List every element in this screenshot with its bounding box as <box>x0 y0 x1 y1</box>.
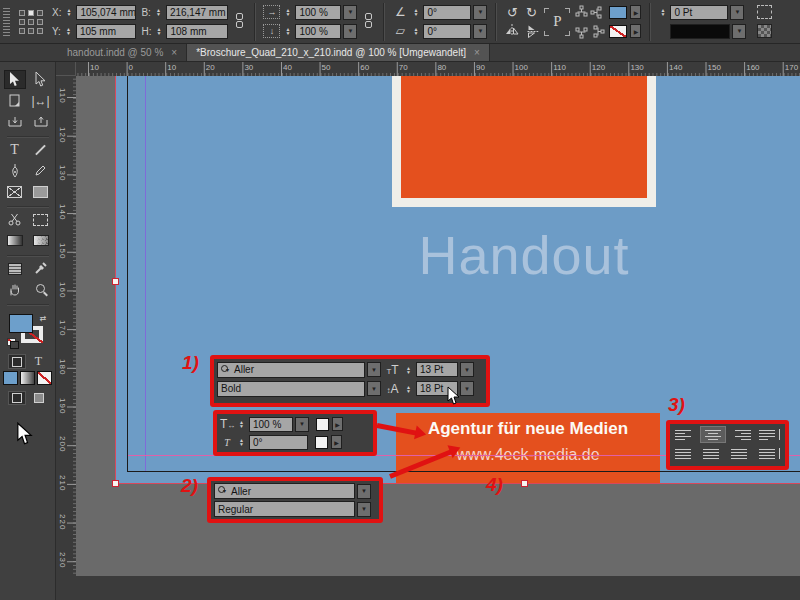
x-input[interactable]: 105,074 mm <box>76 5 136 20</box>
shear-dropdown[interactable]: ▼ <box>473 24 487 39</box>
scale-y-dropdown[interactable]: ▼ <box>343 24 357 39</box>
align-center-button[interactable] <box>700 426 726 443</box>
align-away-from-spine-button[interactable] <box>756 445 782 462</box>
select-content-icon[interactable] <box>590 6 605 19</box>
orange-rectangle[interactable] <box>401 76 647 198</box>
content-placer-tool[interactable] <box>30 112 52 131</box>
gradient-feather-tool[interactable] <box>30 231 52 250</box>
horizontal-scale-stepper[interactable]: ▲▼ <box>237 420 246 428</box>
justify-last-left-button[interactable] <box>756 426 782 443</box>
selection-handle[interactable] <box>112 480 119 487</box>
frame-tool[interactable] <box>4 182 26 201</box>
tab-handout[interactable]: handout.indd @ 50 % × <box>58 44 187 61</box>
stroke-swatch-arrow[interactable]: ▶ <box>630 24 641 38</box>
font-family-dropdown[interactable]: ▼ <box>367 362 381 377</box>
selection-handle[interactable] <box>112 278 119 285</box>
reference-point-proxy[interactable] <box>19 10 43 34</box>
gradient-tool[interactable] <box>4 231 26 250</box>
pen-tool[interactable] <box>4 161 26 180</box>
page-title-text[interactable]: Handout <box>392 224 656 286</box>
select-container-icon[interactable] <box>590 25 605 38</box>
skew-input[interactable]: 0° <box>249 435 308 450</box>
text-stroke-arrow[interactable]: ▶ <box>331 435 342 449</box>
align-left-button[interactable] <box>672 426 698 443</box>
rotation-stepper[interactable]: ▲▼ <box>411 8 420 16</box>
normal-view-button[interactable] <box>8 391 26 405</box>
eyedropper-tool[interactable] <box>30 259 52 278</box>
stroke-weight-stepper[interactable]: ▲▼ <box>658 8 667 16</box>
font-family-combo[interactable]: Aller <box>217 362 365 378</box>
width-input[interactable]: 216,147 mm <box>166 5 228 20</box>
select-previous-object-icon[interactable] <box>575 5 588 20</box>
select-next-object-icon[interactable] <box>575 24 588 39</box>
vertical-ruler[interactable]: 110120130140150160170180190200210220230 <box>56 76 76 600</box>
page-tool[interactable] <box>4 91 26 110</box>
scale-x-dropdown[interactable]: ▼ <box>343 5 357 20</box>
horizontal-scale-dropdown[interactable]: ▼ <box>295 417 309 432</box>
selection-tool[interactable] <box>4 70 26 89</box>
rotation-dropdown[interactable]: ▼ <box>473 5 487 20</box>
align-right-button[interactable] <box>728 426 754 443</box>
apply-none-button[interactable] <box>37 371 52 385</box>
close-icon[interactable]: × <box>171 47 177 58</box>
selection-handle[interactable] <box>521 480 528 487</box>
width-stepper[interactable]: ▲▼ <box>154 8 163 16</box>
default-fill-stroke-icon[interactable] <box>7 338 18 348</box>
font-family-dropdown[interactable]: ▼ <box>357 484 371 499</box>
skew-stepper[interactable]: ▲▼ <box>237 438 246 446</box>
height-input[interactable]: 108 mm <box>166 24 228 39</box>
apply-color-button[interactable] <box>3 371 18 385</box>
rotate-ccw-icon[interactable]: ↺ <box>504 5 520 20</box>
height-stepper[interactable]: ▲▼ <box>154 27 163 35</box>
preview-view-button[interactable] <box>30 391 48 405</box>
stroke-weight-input[interactable]: 0 Pt <box>670 5 728 20</box>
constrain-scale-link-icon[interactable] <box>364 13 373 30</box>
line-tool[interactable] <box>30 140 52 159</box>
font-style-dropdown[interactable]: ▼ <box>367 381 381 396</box>
orange-banner[interactable]: Agentur für neue Medien www.4eck-media.d… <box>396 413 660 483</box>
shear-stepper[interactable]: ▲▼ <box>411 27 420 35</box>
fill-swatch-arrow[interactable]: ▶ <box>630 5 641 19</box>
scissors-tool[interactable] <box>4 210 26 229</box>
x-stepper[interactable]: ▲▼ <box>64 8 73 16</box>
font-style-combo[interactable]: Bold <box>217 381 365 397</box>
rectangle-tool[interactable] <box>30 182 52 201</box>
formatting-affects-container-button[interactable] <box>8 354 26 369</box>
leading-stepper[interactable]: ▲▼ <box>404 385 413 393</box>
horizontal-ruler[interactable]: 1001020304050607080901001101201301401501… <box>76 62 800 76</box>
font-size-dropdown[interactable]: ▼ <box>460 362 474 377</box>
fill-swatch[interactable] <box>609 6 627 19</box>
text-fill-swatch[interactable] <box>316 418 329 431</box>
rotation-input[interactable]: 0° <box>423 5 471 20</box>
scale-y-input[interactable]: 100 % <box>295 24 341 39</box>
free-transform-tool[interactable] <box>30 210 52 229</box>
swap-fill-stroke-icon[interactable]: ⇄ <box>40 314 47 323</box>
select-container-reference-icon[interactable]: P <box>544 8 570 36</box>
constrain-dimensions-link-icon[interactable] <box>235 13 244 30</box>
image-frame[interactable] <box>392 76 656 207</box>
gap-tool[interactable]: |↔| <box>30 91 52 110</box>
justify-last-center-button[interactable] <box>672 445 698 462</box>
fill-swatch[interactable] <box>9 314 33 333</box>
shear-input[interactable]: 0° <box>423 24 471 39</box>
flip-vertical-icon[interactable] <box>524 23 539 39</box>
document-canvas[interactable]: Handout Agentur für neue Medien www.4eck… <box>76 76 800 600</box>
zoom-tool[interactable] <box>30 280 52 299</box>
close-icon[interactable]: × <box>474 47 480 58</box>
tab-broschure[interactable]: *Broschure_Quad_210_x_210.indd @ 100 % [… <box>187 44 490 61</box>
font-size-stepper[interactable]: ▲▼ <box>404 366 413 374</box>
stroke-style-preview[interactable] <box>670 24 730 39</box>
justify-last-right-button[interactable] <box>700 445 726 462</box>
panel-grip[interactable] <box>3 8 10 36</box>
font-style-dropdown[interactable]: ▼ <box>357 502 371 517</box>
rotate-cw-icon[interactable]: ↻ <box>523 5 539 20</box>
ruler-origin-corner[interactable] <box>56 62 76 76</box>
formatting-affects-text-button[interactable]: T <box>30 354 48 369</box>
justify-all-button[interactable] <box>728 445 754 462</box>
note-tool[interactable] <box>4 259 26 278</box>
font-style-combo[interactable]: Regular <box>214 501 355 517</box>
object-style-icon[interactable] <box>757 5 772 19</box>
scale-x-input[interactable]: 100 % <box>295 5 341 20</box>
scale-y-stepper[interactable]: ▲▼ <box>283 27 292 35</box>
scale-x-stepper[interactable]: ▲▼ <box>283 8 292 16</box>
